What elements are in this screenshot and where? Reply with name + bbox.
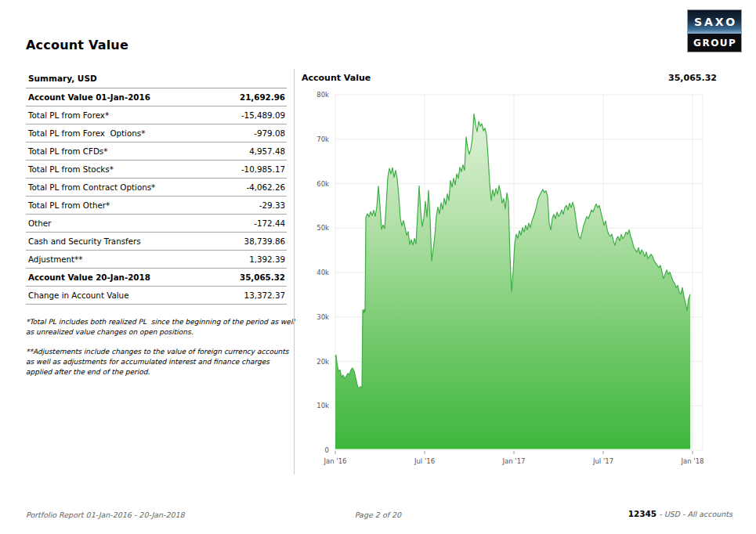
- summary-row: Total PL from Forex*-15,489.09: [26, 106, 287, 124]
- svg-text:Jul '16: Jul '16: [414, 457, 435, 465]
- summary-row: Account Value 01-Jan-201621,692.96: [26, 88, 287, 106]
- summary-row: Other-172.44: [26, 215, 287, 233]
- svg-text:40k: 40k: [317, 269, 329, 276]
- svg-text:20k: 20k: [317, 358, 329, 366]
- summary-row-value: 4,957.48: [249, 146, 285, 156]
- summary-table: Account Value 01-Jan-201621,692.96Total …: [26, 88, 287, 305]
- saxo-group-logo: SAXO GROUP: [687, 9, 742, 52]
- svg-text:Jan '17: Jan '17: [502, 457, 526, 465]
- svg-text:60k: 60k: [317, 180, 329, 188]
- summary-row-value: 1,392.39: [249, 254, 285, 264]
- svg-text:70k: 70k: [317, 135, 329, 143]
- footer-account-suffix: - USD - All accounts: [657, 510, 732, 518]
- summary-row-value: -29.33: [259, 200, 285, 210]
- summary-row-value: -15,489.09: [241, 110, 285, 120]
- svg-text:Jul '17: Jul '17: [592, 457, 613, 465]
- summary-header: Summary, USD: [26, 70, 287, 88]
- summary-row: Adjustment**1,392.39: [26, 251, 287, 269]
- account-value-chart: 010k20k30k40k50k60k70k80kJan '16Jul '16J…: [295, 88, 722, 471]
- footer: Portfolio Report 01-Jan-2016 - 20-Jan-20…: [0, 509, 756, 525]
- summary-row: Total PL from Stocks*-10,985.17: [26, 161, 287, 179]
- chart-panel: Account Value 35,065.32 010k20k30k40k50k…: [294, 69, 747, 474]
- logo-group-text: GROUP: [688, 34, 741, 52]
- summary-row: Total PL from Contract Options*-4,062.26: [26, 179, 287, 197]
- footer-account-number: 12345: [628, 509, 657, 518]
- summary-row-value: 21,692.96: [240, 92, 285, 102]
- svg-text:80k: 80k: [317, 91, 329, 99]
- summary-row-value: 13,372.37: [244, 290, 285, 300]
- footer-account: 12345 - USD - All accounts: [628, 509, 732, 518]
- summary-row-value: 35,065.32: [240, 272, 285, 282]
- summary-row: Total PL from Forex Options*-979.08: [26, 124, 287, 143]
- footnotes: *Total PL includes both realized PL sinc…: [26, 317, 296, 377]
- chart-current-value: 35,065.32: [668, 73, 717, 83]
- page-title: Account Value: [26, 38, 128, 52]
- summary-row-label: Cash and Security Transfers: [28, 236, 141, 246]
- svg-text:10k: 10k: [317, 402, 329, 410]
- summary-row-label: Adjustment**: [28, 254, 82, 264]
- footnote: **Adjustements include changes to the va…: [26, 347, 296, 377]
- summary-row-label: Total PL from Forex Options*: [28, 128, 145, 138]
- summary-row-value: 38,739.86: [244, 236, 285, 246]
- summary-row-value: -172.44: [254, 218, 285, 228]
- svg-text:0: 0: [325, 446, 329, 454]
- summary-row: Account Value 20-Jan-201835,065.32: [26, 269, 287, 287]
- report-page: Account Value SAXO GROUP Summary, USD Ac…: [0, 0, 756, 534]
- logo-saxo-text: SAXO: [688, 10, 741, 34]
- chart-header: Account Value 35,065.32: [302, 73, 717, 83]
- svg-text:50k: 50k: [317, 224, 329, 232]
- svg-text:30k: 30k: [317, 313, 329, 321]
- summary-row-value: -979.08: [254, 128, 285, 138]
- summary-row-label: Total PL from Contract Options*: [28, 182, 155, 192]
- summary-row-value: -4,062.26: [246, 182, 285, 192]
- summary-row-label: Change in Account Value: [28, 290, 128, 300]
- summary-row: Change in Account Value13,372.37: [26, 287, 287, 305]
- summary-row: Cash and Security Transfers38,739.86: [26, 233, 287, 251]
- summary-row: Total PL from CFDs*4,957.48: [26, 143, 287, 161]
- summary-row-label: Other: [28, 218, 51, 228]
- summary-row-label: Total PL from CFDs*: [28, 146, 107, 156]
- summary-row-label: Account Value 20-Jan-2018: [28, 272, 150, 282]
- summary-row-label: Total PL from Stocks*: [28, 164, 114, 174]
- summary-row-value: -10,985.17: [241, 164, 285, 174]
- footnote: *Total PL includes both realized PL sinc…: [26, 317, 296, 337]
- chart-title: Account Value: [302, 73, 371, 83]
- svg-text:Jan '18: Jan '18: [681, 457, 704, 465]
- summary-row-label: Account Value 01-Jan-2016: [28, 92, 150, 102]
- svg-text:Jan '16: Jan '16: [324, 457, 347, 465]
- summary-row-label: Total PL from Forex*: [28, 110, 109, 120]
- summary-row-label: Total PL from Other*: [28, 200, 110, 210]
- summary-panel: Summary, USD Account Value 01-Jan-201621…: [26, 70, 287, 387]
- summary-row: Total PL from Other*-29.33: [26, 197, 287, 215]
